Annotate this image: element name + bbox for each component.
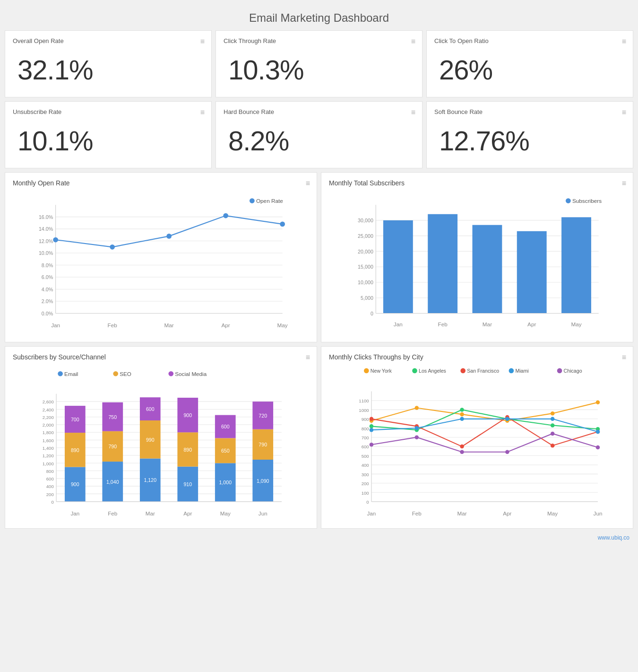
svg-text:910: 910 — [183, 481, 192, 487]
svg-text:2,600: 2,600 — [43, 399, 54, 404]
svg-point-181 — [415, 406, 419, 410]
svg-point-194 — [460, 445, 464, 449]
subscribers-channel-title: Subscribers by Source/Channel — [13, 353, 309, 361]
svg-text:700: 700 — [71, 417, 79, 422]
svg-text:790: 790 — [108, 444, 117, 449]
svg-point-144 — [509, 368, 514, 374]
svg-text:900: 900 — [183, 412, 192, 418]
svg-point-196 — [551, 444, 555, 448]
monthly-subscribers-chart: ≡ Monthly Total Subscribers Subscribers0… — [321, 172, 633, 342]
svg-text:Los Angeles: Los Angeles — [419, 368, 446, 374]
svg-text:1,400: 1,400 — [43, 445, 54, 451]
kpi-value-3: 26% — [434, 49, 625, 90]
svg-text:20,000: 20,000 — [358, 249, 373, 254]
svg-point-28 — [110, 244, 115, 250]
svg-point-208 — [551, 432, 555, 436]
menu-icon-2[interactable]: ≡ — [411, 37, 415, 46]
svg-text:Mar: Mar — [164, 322, 174, 328]
svg-rect-50 — [428, 214, 457, 314]
kpi-card-ctor: ≡ Click To Open Ratio 26% — [426, 30, 633, 97]
svg-rect-56 — [561, 217, 591, 313]
menu-icon-8[interactable]: ≡ — [622, 179, 626, 188]
svg-text:Apr: Apr — [183, 510, 192, 516]
menu-icon-7[interactable]: ≡ — [306, 179, 310, 188]
svg-text:Subscribers: Subscribers — [572, 198, 602, 204]
svg-text:Chicago: Chicago — [564, 368, 582, 374]
kpi-card-hard-bounce: ≡ Hard Bounce Rate 8.2% — [216, 101, 422, 168]
kpi-label-6: Soft Bounce Rate — [434, 108, 625, 115]
svg-text:Miami: Miami — [515, 368, 528, 374]
monthly-subscribers-title: Monthly Total Subscribers — [329, 179, 625, 187]
svg-text:800: 800 — [46, 469, 54, 474]
svg-text:800: 800 — [362, 426, 369, 431]
svg-text:1,200: 1,200 — [43, 453, 54, 458]
menu-icon-6[interactable]: ≡ — [622, 108, 626, 117]
kpi-card-soft-bounce: ≡ Soft Bounce Rate 12.76% — [426, 101, 633, 168]
kpi-row-1: ≡ Overall Open Rate 32.1% ≡ Click Throug… — [5, 30, 633, 97]
menu-icon-4[interactable]: ≡ — [200, 108, 205, 117]
menu-icon-10[interactable]: ≡ — [622, 353, 626, 362]
svg-point-60 — [58, 371, 63, 376]
svg-point-27 — [53, 237, 58, 243]
svg-text:1,120: 1,120 — [144, 477, 156, 483]
svg-text:10,000: 10,000 — [358, 279, 373, 285]
svg-text:Feb: Feb — [108, 510, 118, 516]
svg-text:790: 790 — [259, 442, 267, 447]
svg-point-204 — [370, 443, 374, 447]
kpi-value-1: 32.1% — [13, 49, 204, 90]
svg-point-30 — [223, 213, 228, 218]
menu-icon-3[interactable]: ≡ — [622, 37, 626, 46]
svg-text:1100: 1100 — [359, 398, 369, 403]
city-clicks-chart: ≡ Monthly Clicks Throughs by City New Yo… — [321, 346, 633, 529]
monthly-open-rate-chart: ≡ Monthly Open Rate Open Rate0.0%2.0%4.0… — [5, 172, 317, 342]
svg-text:10.0%: 10.0% — [39, 250, 53, 256]
svg-text:900: 900 — [71, 481, 79, 487]
svg-text:0: 0 — [366, 499, 369, 505]
subscribers-channel-chart: ≡ Subscribers by Source/Channel EmailSEO… — [5, 346, 317, 529]
svg-text:2,400: 2,400 — [43, 407, 54, 412]
svg-point-140 — [412, 368, 417, 374]
svg-text:600: 600 — [221, 424, 230, 429]
svg-text:15,000: 15,000 — [358, 264, 373, 270]
charts-row-1: ≡ Monthly Open Rate Open Rate0.0%2.0%4.0… — [5, 172, 633, 342]
footer-brand: www.ubiq.co — [5, 532, 633, 543]
kpi-label-1: Overall Open Rate — [13, 37, 204, 44]
menu-icon-1[interactable]: ≡ — [200, 37, 205, 46]
svg-text:Social Media: Social Media — [175, 371, 207, 377]
svg-text:1,040: 1,040 — [106, 479, 119, 485]
kpi-value-2: 10.3% — [224, 49, 414, 90]
svg-text:Mar: Mar — [146, 510, 155, 516]
kpi-value-5: 8.2% — [224, 120, 414, 161]
svg-text:4.0%: 4.0% — [42, 287, 53, 292]
svg-point-207 — [505, 450, 509, 454]
svg-text:SEO: SEO — [120, 371, 131, 377]
kpi-value-4: 10.1% — [13, 120, 204, 161]
svg-text:0: 0 — [51, 499, 53, 505]
svg-text:890: 890 — [71, 447, 79, 453]
svg-point-182 — [460, 412, 464, 417]
svg-point-202 — [551, 417, 555, 421]
monthly-open-rate-title: Monthly Open Rate — [13, 179, 309, 187]
svg-text:8.0%: 8.0% — [42, 262, 53, 268]
svg-text:Apr: Apr — [221, 322, 230, 328]
svg-text:16.0%: 16.0% — [39, 214, 53, 220]
svg-rect-48 — [383, 220, 413, 314]
svg-text:San Francisco: San Francisco — [467, 368, 499, 374]
svg-text:New York: New York — [371, 368, 392, 374]
svg-text:2,200: 2,200 — [43, 415, 54, 420]
menu-icon-9[interactable]: ≡ — [306, 353, 310, 362]
svg-text:Feb: Feb — [412, 510, 422, 516]
svg-text:12.0%: 12.0% — [39, 238, 53, 244]
svg-text:Apr: Apr — [527, 321, 536, 327]
svg-text:750: 750 — [108, 414, 117, 420]
svg-text:700: 700 — [362, 435, 369, 440]
svg-point-185 — [596, 401, 600, 405]
svg-text:600: 600 — [146, 406, 155, 412]
svg-text:1,000: 1,000 — [43, 461, 54, 466]
svg-text:0: 0 — [371, 311, 373, 316]
svg-text:25,000: 25,000 — [358, 233, 373, 239]
kpi-card-ctr: ≡ Click Through Rate 10.3% — [216, 30, 422, 97]
svg-text:Mar: Mar — [457, 510, 466, 516]
menu-icon-5[interactable]: ≡ — [411, 108, 415, 117]
svg-text:100: 100 — [362, 490, 369, 496]
